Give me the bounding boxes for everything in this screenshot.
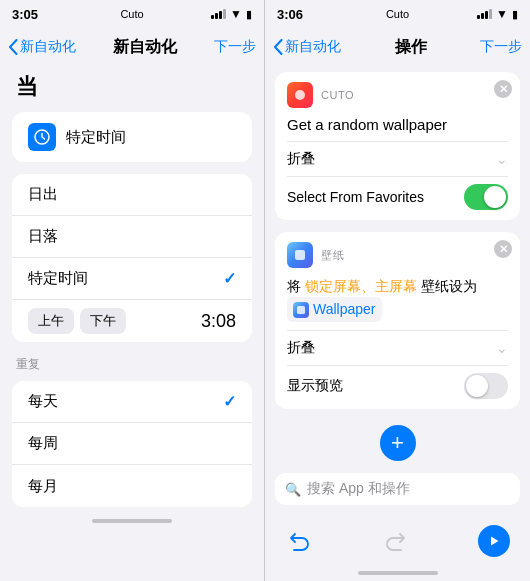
daily-label: 每天 [28, 392, 223, 411]
left-back-label: 新自动化 [20, 38, 76, 56]
play-button[interactable] [478, 525, 510, 557]
left-status-icons: ▼ ▮ [211, 7, 252, 21]
trigger-item[interactable]: 特定时间 [12, 112, 252, 162]
wallpaper-text-highlight: 锁定屏幕、主屏幕 [305, 278, 417, 294]
right-wifi-icon: ▼ [496, 7, 508, 21]
cuto-toggle-row: Select From Favorites [275, 176, 520, 220]
right-signal-icon [477, 9, 492, 19]
wifi-icon: ▼ [230, 7, 242, 21]
left-nav-bar: 新自动化 新自动化 下一步 [0, 28, 264, 66]
left-back-button[interactable]: 新自动化 [8, 38, 76, 56]
trigger-card: 特定时间 [12, 112, 252, 162]
wallpaper-chip[interactable]: Wallpaper [287, 297, 382, 322]
battery-icon: ▮ [246, 8, 252, 21]
signal-icon [211, 9, 226, 19]
repeat-weekly[interactable]: 每周 [12, 423, 252, 465]
cuto-card: CUTO ✕ Get a random wallpaper 折叠 ⌄ Selec… [275, 72, 520, 220]
cuto-app-icon [287, 82, 313, 108]
wallpaper-card-header: 壁纸 [275, 232, 520, 274]
wallpaper-card: 壁纸 ✕ 将 锁定屏幕、主屏幕 壁纸设为 Wallpaper 折叠 ⌄ 显示预览 [275, 232, 520, 409]
left-status-bar: 3:05 Cuto ▼ ▮ [0, 0, 264, 28]
left-home-indicator [0, 513, 264, 529]
select-from-favorites-label: Select From Favorites [287, 189, 424, 205]
left-nav-title: 新自动化 [113, 37, 177, 58]
time-picker-row: 上午 下午 3:08 [12, 300, 252, 342]
toggle-thumb [484, 186, 506, 208]
right-home-indicator [265, 565, 530, 581]
cuto-fold-row[interactable]: 折叠 ⌄ [275, 142, 520, 176]
add-icon: + [391, 432, 404, 454]
wallpaper-app-label: 壁纸 [321, 248, 344, 263]
search-placeholder-text: 搜索 App 和操作 [307, 480, 410, 498]
specific-time-label: 特定时间 [28, 269, 223, 288]
redo-button[interactable] [382, 527, 410, 555]
select-favorites-toggle[interactable] [464, 184, 508, 210]
left-time: 3:05 [12, 7, 38, 22]
time-type-card: 日出 日落 特定时间 ✓ 上午 下午 3:08 [12, 174, 252, 342]
wallpaper-chevron-icon: ⌄ [496, 340, 508, 356]
cuto-app-label: CUTO [321, 89, 354, 101]
svg-rect-3 [297, 306, 305, 314]
right-status-icons: ▼ ▮ [477, 7, 518, 21]
cuto-chevron-icon: ⌄ [496, 151, 508, 167]
wallpaper-chip-icon [293, 302, 309, 318]
wallpaper-text-prefix: 将 [287, 278, 305, 294]
wallpaper-chip-label: Wallpaper [313, 299, 376, 320]
svg-rect-2 [295, 250, 305, 260]
right-time: 3:06 [277, 7, 303, 22]
am-button[interactable]: 上午 [28, 308, 74, 334]
repeat-card: 每天 ✓ 每周 每月 [12, 381, 252, 507]
cuto-card-header: CUTO [275, 72, 520, 114]
cuto-card-title: Get a random wallpaper [275, 114, 520, 141]
pm-button[interactable]: 下午 [80, 308, 126, 334]
left-carrier: Cuto [120, 8, 143, 20]
left-next-button[interactable]: 下一步 [214, 38, 256, 56]
preview-toggle-thumb [466, 375, 488, 397]
section-label-when: 当 [0, 66, 264, 106]
right-nav-title: 操作 [395, 37, 427, 58]
wallpaper-card-body: 将 锁定屏幕、主屏幕 壁纸设为 Wallpaper [275, 274, 520, 330]
svg-point-1 [295, 90, 305, 100]
trigger-label: 特定时间 [66, 128, 236, 147]
monthly-label: 每月 [28, 477, 236, 496]
list-item-specific-time[interactable]: 特定时间 ✓ [12, 258, 252, 300]
wallpaper-app-icon [287, 242, 313, 268]
right-home-bar [358, 571, 438, 575]
right-nav-bar: 新自动化 操作 下一步 [265, 28, 530, 66]
wallpaper-card-close[interactable]: ✕ [494, 240, 512, 258]
right-carrier: Cuto [386, 8, 409, 20]
wallpaper-fold-row[interactable]: 折叠 ⌄ [275, 331, 520, 365]
undo-button[interactable] [285, 527, 313, 555]
right-next-button[interactable]: 下一步 [480, 38, 522, 56]
list-item-sunset[interactable]: 日落 [12, 216, 252, 258]
repeat-daily[interactable]: 每天 ✓ [12, 381, 252, 423]
right-back-button[interactable]: 新自动化 [273, 38, 341, 56]
sunrise-label: 日出 [28, 185, 236, 204]
home-bar [92, 519, 172, 523]
list-item-sunrise[interactable]: 日出 [12, 174, 252, 216]
right-battery-icon: ▮ [512, 8, 518, 21]
search-bar[interactable]: 🔍 搜索 App 和操作 [275, 473, 520, 505]
sunset-label: 日落 [28, 227, 236, 246]
add-button-row: + [265, 415, 530, 469]
daily-check-icon: ✓ [223, 392, 236, 411]
repeat-monthly[interactable]: 每月 [12, 465, 252, 507]
left-phone: 3:05 Cuto ▼ ▮ 新自动化 新自动化 下一步 当 [0, 0, 265, 581]
right-back-label: 新自动化 [285, 38, 341, 56]
show-preview-label: 显示预览 [287, 377, 343, 395]
weekly-label: 每周 [28, 434, 236, 453]
clock-icon [28, 123, 56, 151]
cuto-fold-label: 折叠 [287, 150, 315, 168]
time-value[interactable]: 3:08 [201, 311, 236, 332]
wallpaper-text-middle: 壁纸设为 [417, 278, 477, 294]
cuto-card-close[interactable]: ✕ [494, 80, 512, 98]
search-icon: 🔍 [285, 482, 301, 497]
repeat-section-label: 重复 [0, 348, 264, 375]
bottom-toolbar [265, 519, 530, 565]
right-status-bar: 3:06 Cuto ▼ ▮ [265, 0, 530, 28]
wallpaper-preview-row: 显示预览 [275, 365, 520, 409]
check-icon: ✓ [223, 269, 236, 288]
wallpaper-fold-label: 折叠 [287, 339, 315, 357]
add-action-button[interactable]: + [380, 425, 416, 461]
preview-toggle[interactable] [464, 373, 508, 399]
